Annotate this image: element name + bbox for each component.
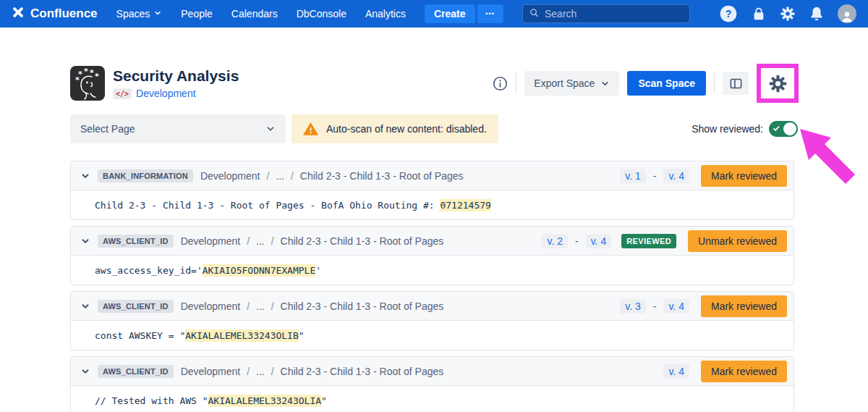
side-panel-icon[interactable] — [723, 72, 749, 95]
user-avatar[interactable] — [838, 4, 856, 23]
toggle-knob — [783, 122, 796, 135]
chevron-down-icon — [153, 8, 162, 20]
finding-type-badge: BANK_INFORMATION — [98, 169, 193, 182]
search-input[interactable] — [545, 8, 684, 20]
finding-header: AWS_CLIENT_ID Development / ... / Child … — [71, 292, 793, 321]
version-from-link[interactable]: v. 3 — [620, 299, 646, 314]
breadcrumb-separator: / — [271, 300, 274, 312]
collapse-chevron-icon[interactable] — [80, 366, 90, 377]
svg-text:*: * — [84, 67, 88, 76]
breadcrumb-separator: / — [247, 366, 250, 377]
finding-header: AWS_CLIENT_ID Development / ... / Child … — [71, 227, 793, 256]
scan-space-button[interactable]: Scan Space — [627, 71, 706, 96]
create-button[interactable]: Create — [425, 4, 475, 23]
mark-reviewed-button[interactable]: Mark reviewed — [701, 295, 787, 317]
more-menu-button[interactable]: ••• — [477, 4, 503, 23]
breadcrumb-item[interactable]: Child 2-3 - Child 1-3 - Root of Pages — [281, 235, 444, 247]
nav-icon-group: ? — [719, 4, 856, 23]
show-reviewed-toggle[interactable] — [769, 121, 798, 137]
collapse-chevron-icon[interactable] — [80, 171, 90, 181]
help-icon[interactable]: ? — [719, 4, 738, 23]
nav-item-spaces[interactable]: Spaces — [116, 8, 163, 20]
annotation-arrow — [796, 125, 862, 194]
version-from-link[interactable]: v. 2 — [542, 234, 568, 248]
breadcrumb-item[interactable]: Child 2-3 - Child 1-3 - Root of Pages — [300, 170, 464, 182]
finding-card: AWS_CLIENT_ID Development / ... / Child … — [70, 356, 794, 412]
finding-type-badge: AWS_CLIENT_ID — [98, 365, 174, 378]
version-separator: - — [575, 235, 579, 247]
finding-card: AWS_CLIENT_ID Development / ... / Child … — [70, 291, 794, 350]
secret-highlight: AKIALALEMEL33243OLIA — [208, 395, 322, 407]
brand-name: Confluence — [30, 7, 98, 21]
lock-icon[interactable] — [751, 6, 767, 22]
secret-highlight: 071214579 — [440, 199, 490, 211]
breadcrumb-item[interactable]: Child 2-3 - Child 1-3 - Root of Pages — [281, 300, 444, 312]
chevron-down-icon — [600, 79, 610, 88]
breadcrumb-item[interactable]: Child 2-3 - Child 1-3 - Root of Pages — [281, 366, 444, 377]
version-to-link[interactable]: v. 4 — [663, 299, 689, 314]
bell-icon[interactable] — [809, 6, 825, 22]
select-page-dropdown[interactable]: Select Page — [70, 114, 286, 143]
collapse-chevron-icon[interactable] — [80, 301, 90, 311]
breadcrumb-separator: / — [271, 366, 274, 377]
annotation-box — [757, 64, 799, 103]
finding-type-badge: AWS_CLIENT_ID — [98, 300, 174, 313]
breadcrumb: Development / ... / Child 2-3 - Child 1-… — [181, 300, 444, 312]
confluence-logo-icon — [12, 6, 25, 22]
code-icon: </> — [113, 88, 132, 99]
search-box[interactable] — [522, 4, 690, 23]
finding-snippet: const AWSKEY = "AKIALALEMEL33243OLIB" — [71, 321, 793, 350]
nav-item-people[interactable]: People — [181, 8, 213, 20]
unmark-reviewed-button[interactable]: Unmark reviewed — [688, 230, 787, 252]
nav-item-calendars[interactable]: Calendars — [231, 8, 278, 20]
breadcrumb-item[interactable]: ... — [256, 235, 265, 247]
reviewed-status-badge: REVIEWED — [621, 234, 676, 248]
gear-icon[interactable] — [780, 6, 796, 22]
finding-header: AWS_CLIENT_ID Development / ... / Child … — [71, 357, 793, 386]
nav-item-dbconsole[interactable]: DbConsole — [297, 8, 346, 20]
warning-icon — [303, 122, 318, 137]
breadcrumb-item[interactable]: Development — [181, 366, 241, 377]
finding-header: BANK_INFORMATION Development / ... / Chi… — [71, 161, 793, 190]
info-icon[interactable] — [493, 76, 508, 91]
secret-highlight: AKIALALEMEL33243OLIB — [185, 329, 299, 342]
breadcrumb-item[interactable]: ... — [276, 170, 284, 182]
autoscan-warning-banner: Auto-scan of new content: disabled. — [292, 114, 498, 143]
confluence-logo[interactable]: Confluence — [12, 6, 98, 22]
breadcrumb-item[interactable]: Development — [181, 235, 241, 247]
finding-card: BANK_INFORMATION Development / ... / Chi… — [70, 161, 794, 220]
findings-list: BANK_INFORMATION Development / ... / Chi… — [70, 161, 794, 412]
show-reviewed-label: Show reviewed: — [692, 123, 763, 135]
breadcrumb-item[interactable]: Development — [181, 300, 241, 312]
nav-item-analytics[interactable]: Analytics — [365, 8, 406, 20]
finding-snippet: // Tested with AWS "AKIALALEMEL33243OLIA… — [71, 386, 793, 412]
version-separator: - — [653, 170, 657, 182]
version-to-link[interactable]: v. 4 — [586, 234, 612, 248]
search-icon — [529, 7, 540, 21]
secret-highlight: AKIAIO5FODNN7EXAMPLE — [203, 264, 316, 277]
space-avatar[interactable]: ***** — [70, 66, 105, 101]
breadcrumb-item[interactable]: ... — [256, 366, 265, 377]
top-navigation: Confluence Spaces People Calendars DbCon… — [0, 0, 868, 28]
mark-reviewed-button[interactable]: Mark reviewed — [701, 361, 787, 382]
svg-text:*: * — [95, 72, 99, 81]
version-to-link[interactable]: v. 4 — [663, 169, 689, 183]
collapse-chevron-icon[interactable] — [80, 236, 90, 246]
version-to-link[interactable]: v. 4 — [663, 364, 689, 379]
version-from-link[interactable]: v. 1 — [620, 169, 646, 183]
breadcrumb-separator: / — [247, 300, 250, 312]
export-space-button[interactable]: Export Space — [524, 71, 619, 96]
mark-reviewed-button[interactable]: Mark reviewed — [701, 165, 787, 187]
divider — [516, 73, 516, 93]
finding-snippet: Child 2-3 - Child 1-3 - Root of Pages - … — [71, 190, 793, 219]
breadcrumb: Development / ... / Child 2-3 - Child 1-… — [181, 366, 444, 377]
space-link[interactable]: Development — [136, 88, 196, 99]
space-settings-gear-icon[interactable] — [768, 74, 788, 93]
breadcrumb: Development / ... / Child 2-3 - Child 1-… — [181, 235, 444, 247]
breadcrumb: Development / ... / Child 2-3 - Child 1-… — [200, 170, 464, 182]
page-title: Security Analysis — [113, 67, 239, 85]
svg-text:?: ? — [726, 8, 732, 20]
page-header: ***** Security Analysis </> Development … — [70, 64, 799, 103]
breadcrumb-item[interactable]: ... — [256, 300, 265, 312]
breadcrumb-item[interactable]: Development — [200, 170, 260, 182]
